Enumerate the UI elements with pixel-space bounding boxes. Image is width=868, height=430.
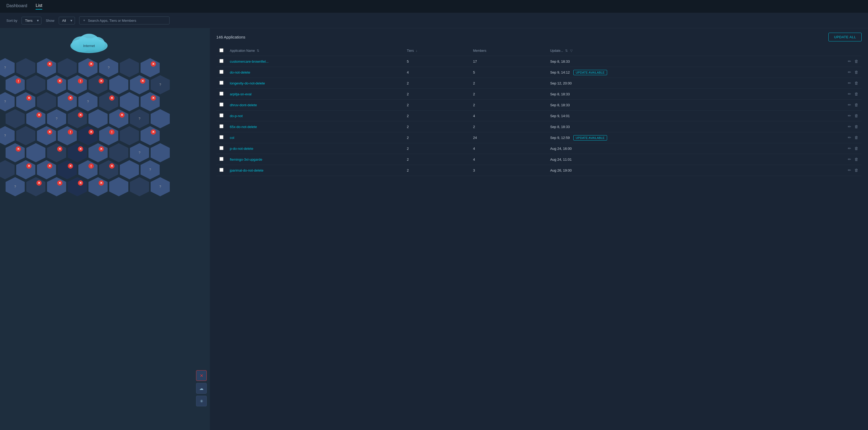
delete-icon[interactable]: 🗑 bbox=[855, 146, 859, 151]
row-action-icons: ✏ 🗑 bbox=[798, 92, 859, 96]
app-name-link[interactable]: longevity-do-not-delete bbox=[230, 81, 265, 85]
delete-icon[interactable]: 🗑 bbox=[855, 124, 859, 129]
hex-error-badge: ✕ bbox=[119, 112, 125, 118]
row-checkbox-cell bbox=[216, 121, 227, 132]
row-updated-cell: Sep 9, 14:01 bbox=[547, 110, 795, 121]
updated-filter-icon[interactable]: ▽ bbox=[570, 49, 572, 53]
update-available-badge[interactable]: UPDATE AVAILABLE bbox=[574, 135, 607, 140]
hex-cell[interactable] bbox=[130, 177, 149, 196]
select-all-checkbox[interactable] bbox=[219, 48, 223, 52]
row-actions-cell: ✏ 🗑 bbox=[795, 154, 862, 165]
hex-cloud-btn[interactable]: ☁ bbox=[196, 383, 207, 394]
sort-by-select-wrapper[interactable]: Tiers bbox=[22, 17, 41, 25]
search-wrapper[interactable]: ⚬ bbox=[79, 16, 169, 25]
row-updated-cell: Sep 8, 18:33 bbox=[547, 121, 795, 132]
col-header-name[interactable]: Application Name ⇅ bbox=[227, 46, 404, 56]
hex-cell[interactable] bbox=[109, 177, 128, 196]
row-checkbox[interactable] bbox=[219, 92, 223, 96]
row-members-cell: 17 bbox=[470, 56, 547, 67]
edit-icon[interactable]: ✏ bbox=[848, 135, 851, 140]
hex-error-badge: ✕ bbox=[78, 146, 83, 152]
row-checkbox[interactable] bbox=[219, 124, 223, 128]
edit-icon[interactable]: ✏ bbox=[848, 102, 851, 107]
update-all-button[interactable]: UPDATE ALL bbox=[829, 33, 862, 41]
row-checkbox[interactable] bbox=[219, 135, 223, 139]
hex-cell[interactable]: ✕ bbox=[26, 177, 45, 196]
app-name-link[interactable]: do-not-delete bbox=[230, 70, 250, 74]
app-name-link[interactable]: do-p-not bbox=[230, 114, 243, 118]
app-count-label: 146 Applications bbox=[216, 35, 245, 39]
row-checkbox[interactable] bbox=[219, 59, 223, 63]
row-tiers-cell: 4 bbox=[404, 67, 470, 78]
row-checkbox[interactable] bbox=[219, 168, 223, 172]
hex-cell[interactable]: ? bbox=[151, 177, 170, 196]
sort-by-select[interactable]: Tiers bbox=[22, 17, 41, 25]
edit-icon[interactable]: ✏ bbox=[848, 146, 851, 151]
row-checkbox[interactable] bbox=[219, 113, 223, 118]
edit-icon[interactable]: ✏ bbox=[848, 92, 851, 96]
row-tiers-cell: 2 bbox=[404, 121, 470, 132]
app-name-link[interactable]: jparimal-do-not-delete bbox=[230, 168, 263, 172]
row-action-icons: ✏ 🗑 bbox=[798, 146, 859, 151]
delete-icon[interactable]: 🗑 bbox=[855, 59, 859, 64]
show-select-wrapper[interactable]: All bbox=[59, 17, 75, 25]
edit-icon[interactable]: ✏ bbox=[848, 124, 851, 129]
app-name-link[interactable]: dhruv-dont-delete bbox=[230, 103, 257, 107]
update-available-badge[interactable]: UPDATE AVAILABLE bbox=[574, 70, 607, 75]
row-name-cell: 65x-do-not-delete bbox=[227, 121, 404, 132]
hex-close-btn[interactable]: ✕ bbox=[196, 370, 207, 381]
row-updated-cell: Sep 12, 20:00 bbox=[547, 78, 795, 89]
row-updated-cell: Aug 24, 11:01 bbox=[547, 154, 795, 165]
row-checkbox[interactable] bbox=[219, 146, 223, 150]
row-checkbox[interactable] bbox=[219, 102, 223, 106]
delete-icon[interactable]: 🗑 bbox=[855, 102, 859, 107]
row-actions-cell: ✏ 🗑 bbox=[795, 89, 862, 100]
hex-error-badge: ✕ bbox=[36, 180, 42, 186]
svg-text:Internet: Internet bbox=[83, 44, 95, 48]
delete-icon[interactable]: 🗑 bbox=[855, 135, 859, 140]
app-name-link[interactable]: 65x-do-not-delete bbox=[230, 125, 257, 129]
nav-list[interactable]: List bbox=[36, 3, 42, 9]
row-checkbox-cell bbox=[216, 132, 227, 143]
delete-icon[interactable]: 🗑 bbox=[855, 81, 859, 86]
hex-cell[interactable]: ✕ bbox=[89, 177, 107, 196]
search-input[interactable] bbox=[88, 19, 166, 23]
hex-cell[interactable]: ✕ bbox=[47, 177, 66, 196]
col-header-updated[interactable]: Update... ⇅ ▽ bbox=[547, 46, 795, 56]
row-checkbox[interactable] bbox=[219, 81, 223, 85]
row-action-icons: ✏ 🗑 bbox=[798, 70, 859, 75]
edit-icon[interactable]: ✏ bbox=[848, 59, 851, 64]
edit-icon[interactable]: ✏ bbox=[848, 168, 851, 173]
hex-error-badge: ✕ bbox=[36, 112, 42, 118]
delete-icon[interactable]: 🗑 bbox=[855, 168, 859, 173]
edit-icon[interactable]: ✏ bbox=[848, 70, 851, 75]
row-actions-cell: ✏ 🗑 bbox=[795, 100, 862, 110]
row-checkbox[interactable] bbox=[219, 70, 223, 74]
app-name-link[interactable]: flemingo-3xl-upgarde bbox=[230, 158, 262, 162]
row-actions-cell: ✏ 🗑 bbox=[795, 110, 862, 121]
nav-dashboard[interactable]: Dashboard bbox=[6, 3, 27, 9]
row-checkbox-cell bbox=[216, 56, 227, 67]
hex-error-badge: ✕ bbox=[89, 129, 94, 135]
hex-cell[interactable]: ? bbox=[6, 177, 25, 196]
hex-settings-btn[interactable]: ✳ bbox=[196, 396, 207, 406]
app-name-link[interactable]: arpitja-sn-eval bbox=[230, 92, 252, 96]
tiers-sort-icon: ↓ bbox=[416, 49, 417, 53]
hex-error-badge: ✕ bbox=[151, 61, 156, 67]
app-name-link[interactable]: p-do-not-delete bbox=[230, 146, 253, 151]
edit-icon[interactable]: ✏ bbox=[848, 81, 851, 86]
delete-icon[interactable]: 🗑 bbox=[855, 92, 859, 96]
show-select[interactable]: All bbox=[59, 17, 75, 25]
app-name-link[interactable]: customercare-brownfiel... bbox=[230, 60, 269, 64]
delete-icon[interactable]: 🗑 bbox=[855, 157, 859, 162]
hex-cell[interactable]: ✕ bbox=[68, 177, 87, 196]
col-header-tiers[interactable]: Tiers ↓ bbox=[404, 46, 470, 56]
delete-icon[interactable]: 🗑 bbox=[855, 113, 859, 118]
row-checkbox[interactable] bbox=[219, 157, 223, 161]
hex-warning-badge: ! bbox=[16, 78, 21, 84]
row-tiers-cell: 2 bbox=[404, 78, 470, 89]
edit-icon[interactable]: ✏ bbox=[848, 157, 851, 162]
delete-icon[interactable]: 🗑 bbox=[855, 70, 859, 75]
app-name-link[interactable]: col bbox=[230, 136, 234, 140]
edit-icon[interactable]: ✏ bbox=[848, 113, 851, 118]
